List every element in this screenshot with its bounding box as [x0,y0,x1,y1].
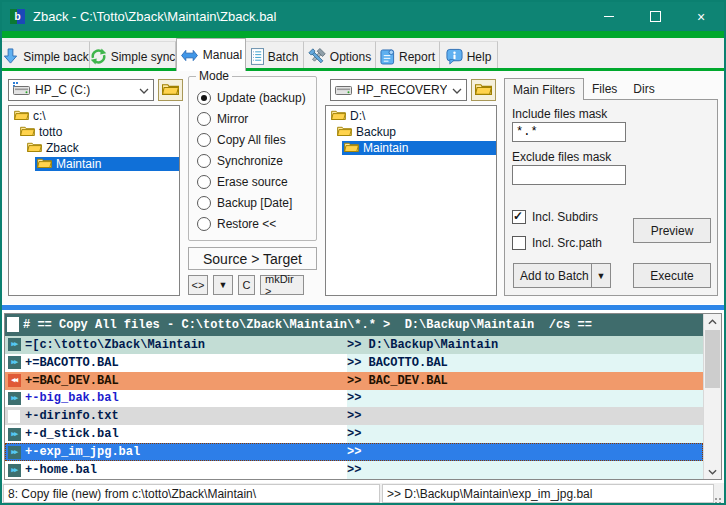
drive-icon [335,83,352,98]
file-source: +-dirinfo.txt [23,407,347,425]
tab-main-filters[interactable]: Main Filters [504,78,584,100]
mode-group-title: Mode [196,69,232,83]
radio-icon [197,196,211,210]
file-row[interactable]: ▶▶ +-home.bal >> [5,461,703,479]
report-scroll-icon [380,48,395,65]
arrow-down-icon [2,48,19,65]
tab-report[interactable]: Report [376,41,440,71]
triangle-down-icon: ▼ [219,280,228,290]
direction-buttons: <> ▼ C mkDir > [188,275,304,295]
close-button[interactable]: × [678,2,724,31]
resize-grip-icon[interactable] [719,498,721,500]
tree-item[interactable]: totto [9,124,179,140]
copy-forward-icon: ▶▶ [5,461,23,479]
swap-button[interactable]: <> [188,275,208,295]
c-button[interactable]: C [238,275,255,295]
target-browse-button[interactable] [471,79,496,101]
preview-button[interactable]: Preview [633,218,711,243]
tree-item[interactable]: c:\ [9,108,179,124]
file-target: >> [347,461,703,479]
scroll-up-icon[interactable] [704,314,721,329]
maximize-button[interactable] [632,2,678,31]
minimize-button[interactable] [586,2,632,31]
radio-icon [197,154,211,168]
file-target: >> [347,425,703,443]
radio-icon [197,112,211,126]
file-target: >> [347,407,703,425]
file-source: +-d_stick.bal [23,425,347,443]
sync-arrows-icon [90,48,107,65]
filter-panel: Main Filters Files Dirs Include files ma… [504,77,718,296]
filter-tabs: Main Filters Files Dirs [504,77,718,99]
mode-synchronize[interactable]: Synchronize [189,150,316,171]
mode-update-backup[interactable]: Update (backup) [189,87,316,108]
include-mask-label: Include files mask [512,107,607,121]
scroll-down-icon[interactable] [704,464,721,479]
file-row[interactable]: ▶▶ +-d_stick.bal >> [5,425,703,443]
list-header-row[interactable]: # == Copy All files - C:\totto\Zback\Mai… [5,314,703,336]
tab-help[interactable]: Help [440,41,498,71]
help-bubble-icon [446,48,463,65]
file-row[interactable]: ▶▶ +-big_bak.bal >> [5,390,703,408]
mode-erase-source[interactable]: Erase source [189,171,316,192]
copy-backward-icon: ◀◀ [5,372,23,390]
file-row-selected[interactable]: ▶▶ +-exp_im_jpg.bal >> [5,443,703,461]
tree-item[interactable]: Zback [9,140,179,156]
vertical-scrollbar[interactable] [703,314,721,479]
file-source: +=BAC_DEV.BAL [23,372,347,390]
tree-item[interactable]: Backup [326,124,496,140]
radio-icon [197,175,211,189]
include-mask-input[interactable] [512,122,626,142]
mode-mirror[interactable]: Mirror [189,108,316,129]
splitter-bar[interactable] [2,304,724,311]
tab-batch[interactable]: Batch [246,41,304,71]
incl-srcpath-checkbox[interactable]: Incl. Src.path [512,236,602,250]
file-source: +=BACOTTO.BAL [23,354,347,372]
tree-item-selected[interactable]: Maintain [9,156,179,172]
source-drive-select[interactable]: HP_C (C:) [8,79,154,101]
down-button[interactable]: ▼ [213,275,233,295]
source-folder-tree: c:\ totto Zback Maintain [8,105,180,296]
status-left: 8: Copy file (new) from c:\totto\Zback\M… [3,484,380,503]
arrow-left-right-icon [180,49,199,62]
mode-backup-date[interactable]: Backup [Date] [189,192,316,213]
tab-dirs[interactable]: Dirs [625,78,662,99]
scrollbar-thumb[interactable] [705,330,720,388]
file-source: +-big_bak.bal [23,390,347,408]
target-folder-tree: D:\ Backup Maintain [325,105,497,296]
target-drive-select[interactable]: HP_RECOVERY (D:) [330,79,467,101]
mode-copy-all-files[interactable]: Copy All files [189,129,316,150]
add-to-batch-button[interactable]: Add to Batch ▼ [513,263,611,288]
chevron-down-icon [452,83,462,97]
tree-item[interactable]: D:\ [326,108,496,124]
tab-options[interactable]: Options [304,41,376,71]
source-browse-button[interactable] [158,79,183,101]
tree-item-selected[interactable]: Maintain [326,140,496,156]
tab-files[interactable]: Files [584,78,625,99]
incl-subdirs-checkbox[interactable]: Incl. Subdirs [512,210,598,224]
file-row[interactable]: ▶▶ +=BACOTTO.BAL >> BACOTTO.BAL [5,354,703,372]
open-folder-icon [20,125,35,139]
copy-forward-icon: ▶▶ [5,425,23,443]
tab-manual[interactable]: Manual [176,38,246,71]
dropdown-arrow-icon[interactable]: ▼ [591,264,610,287]
exclude-mask-input[interactable] [512,165,626,185]
app-icon: b [10,9,25,24]
file-source: +-home.bal [23,461,347,479]
tab-simple-back[interactable]: Simple back [2,41,90,71]
file-list: # == Copy All files - C:\totto\Zback\Mai… [4,313,722,480]
accent-strip [2,31,724,38]
minimize-icon [604,16,614,17]
mkdir-button[interactable]: mkDir > [260,275,304,295]
main-toolbar: Simple back Simple sync Manual [2,38,724,71]
file-list-panel: # == Copy All files - C:\totto\Zback\Mai… [2,311,724,483]
file-row-conflict[interactable]: ◀◀ +=BAC_DEV.BAL >> BAC_DEV.BAL [5,372,703,390]
file-row[interactable]: ▶▶ =[c:\totto\Zback\Maintain >> D:\Backu… [5,336,703,354]
checkbox-icon [512,236,526,250]
window-controls: × [586,2,724,31]
file-target: >> D:\Backup\Maintain [347,336,703,354]
file-row[interactable]: +-dirinfo.txt >> [5,407,703,425]
mode-restore[interactable]: Restore << [189,213,316,234]
execute-button[interactable]: Execute [633,263,711,288]
tab-simple-sync[interactable]: Simple sync [90,41,176,71]
